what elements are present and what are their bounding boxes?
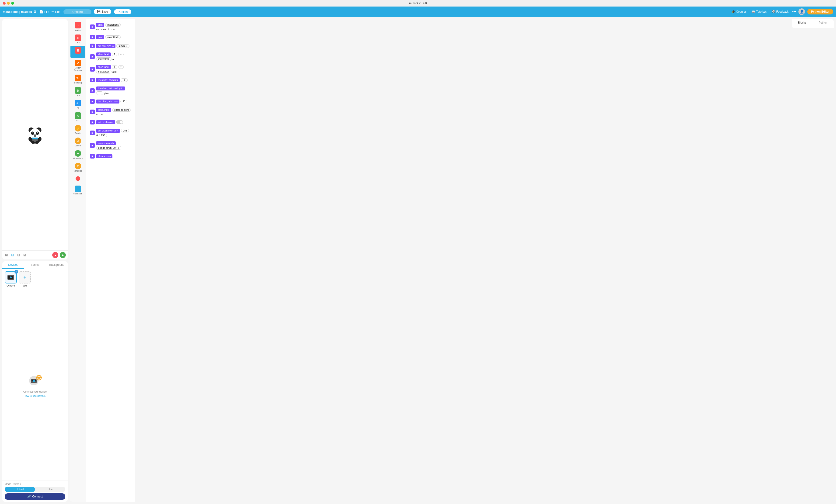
publish-button[interactable]: Publish: [114, 9, 132, 15]
lan-icon: ⊕: [75, 87, 81, 94]
block-content-11: set brush color to R 255 G 255: [96, 129, 132, 137]
block-print[interactable]: ▣ print makeblock: [88, 33, 133, 41]
python-tab-button[interactable]: Python: [813, 19, 834, 26]
cyberpi-device-item: × CyberPi: [5, 271, 17, 287]
cat-audio[interactable]: ♪ Audio: [71, 20, 86, 33]
block-set-print-size[interactable]: ▣ set print size to middle ▾: [88, 42, 133, 50]
close-button[interactable]: [3, 2, 5, 5]
block-line-chart-spacing[interactable]: ▣ line chart, set spacing to 5 pixel: [88, 85, 133, 96]
right-panel: Blocks Python: [792, 19, 834, 28]
block-icon-8: ▣: [90, 99, 95, 104]
logo-text: makeblock | mBlock: [3, 10, 32, 14]
tabs-header: Devices Sprites Background: [2, 261, 68, 269]
live-mode-button[interactable]: Live: [35, 487, 65, 492]
block-bar-chart-add[interactable]: ▣ bar chart, add data 50: [88, 98, 133, 105]
block-content-5: show label 1 ▾ makeblock at x: [96, 65, 132, 74]
block-icon-5: ▣: [90, 67, 95, 72]
window-controls[interactable]: [3, 2, 14, 5]
sprites-tab-button[interactable]: Sprites: [24, 261, 46, 269]
mode-toggle: Upload Live: [5, 487, 65, 492]
block-print-move[interactable]: ▣ print makeblock and move to a ne…: [88, 21, 133, 32]
block-set-brush-color-rgb[interactable]: ▣ set brush color to R 255 G 255: [88, 127, 133, 138]
panda-sprite: [26, 125, 44, 144]
upload-mode-button[interactable]: Upload: [5, 487, 35, 492]
cat-sensing[interactable]: 👁 Sensing: [71, 73, 86, 85]
devices-tab-button[interactable]: Devices: [2, 261, 24, 269]
block-icon-3: ▣: [90, 44, 95, 48]
logo-icon: ⚙: [33, 10, 36, 14]
maximize-button[interactable]: [11, 2, 14, 5]
block-screen-towards[interactable]: ▣ screen towards upside-down(-90°) ▾: [88, 140, 133, 151]
sensing-icon: 👁: [75, 75, 81, 81]
stop-button[interactable]: ■: [52, 252, 58, 258]
block-categories: ♪ Audio ● LED ⊞ Display ↗ Motion Sensing…: [70, 19, 86, 502]
cat-display[interactable]: ⊞ Display: [71, 46, 86, 58]
cat-control[interactable]: ↺ Control: [71, 136, 86, 148]
svg-point-9: [37, 132, 38, 133]
cat-operators[interactable]: + Operators: [71, 149, 86, 161]
add-device-button[interactable]: +: [19, 271, 31, 284]
devices-list: × CyberPi +: [2, 269, 68, 289]
layout-1-button[interactable]: ⊞: [4, 253, 9, 257]
block-line-chart-add[interactable]: ▣ line chart, add data 50: [88, 76, 133, 84]
courses-button[interactable]: 🎓 Courses: [730, 9, 748, 14]
block-show-label-2[interactable]: ▣ show label 1 ▾ makeblock at x: [88, 64, 133, 75]
go-button[interactable]: ▶: [60, 252, 66, 258]
extension-icon: +: [75, 186, 81, 192]
brush-color-toggle[interactable]: [116, 120, 123, 124]
how-to-link[interactable]: How to use device?: [24, 394, 46, 397]
cat-extension[interactable]: + extension: [71, 184, 86, 196]
file-menu-button[interactable]: 📄 File: [39, 9, 50, 14]
add-device-item: + add: [19, 271, 31, 287]
stage-controls: ⊞ ⊡ ⊟ ⊠ ■ ▶: [2, 250, 68, 259]
block-clear-screen[interactable]: ▣ clear screen: [88, 153, 133, 160]
avatar: 👤: [798, 8, 805, 15]
center-panel: ♪ Audio ● LED ⊞ Display ↗ Motion Sensing…: [70, 19, 834, 502]
app-header: makeblock | mBlock ⚙ 📄 File ✏ Edit 💾 Sav…: [0, 6, 836, 17]
block-icon-11: ▣: [90, 131, 95, 135]
layout-2-button[interactable]: ⊡: [10, 253, 15, 257]
background-tab-button[interactable]: Background: [46, 261, 68, 269]
courses-icon: 🎓: [732, 10, 735, 13]
svg-point-22: [33, 380, 35, 382]
block-content-6: line chart, add data 50: [96, 78, 128, 82]
svg-point-23: [32, 380, 33, 381]
cat-ai[interactable]: AI AI: [71, 98, 86, 111]
layout-3-button[interactable]: ⊟: [16, 253, 21, 257]
block-content-12: screen towards upside-down(-90°) ▾: [96, 141, 132, 150]
blocks-tab-button[interactable]: Blocks: [792, 19, 813, 26]
cat-motion-sensing[interactable]: ↗ Motion Sensing: [71, 58, 86, 73]
connect-button[interactable]: 🔗 Connect: [5, 493, 65, 500]
control-icon: ↺: [75, 138, 81, 144]
device-remove-button[interactable]: ×: [15, 270, 18, 274]
tutorials-icon: 📖: [752, 10, 755, 13]
block-set-brush-color[interactable]: ▣ set brush color: [88, 118, 133, 126]
block-icon-7: ▣: [90, 88, 95, 93]
block-content-3: set print size to middle ▾: [96, 44, 130, 48]
project-title-input[interactable]: [63, 9, 92, 14]
cat-led[interactable]: ● LED: [71, 33, 86, 45]
save-button[interactable]: 💾 Save: [94, 9, 111, 14]
edit-menu-button[interactable]: ✏ Edit: [51, 9, 61, 14]
feedback-button[interactable]: 💬 Feedback: [771, 9, 790, 14]
cat-iot[interactable]: ≋ IoT: [71, 111, 86, 123]
mode-switch-label: Mode Switch ℹ: [5, 482, 65, 485]
svg-point-19: [10, 276, 12, 278]
myblocks-icon: [76, 176, 80, 181]
tutorials-button[interactable]: 📖 Tutorials: [750, 9, 768, 14]
more-button[interactable]: •••: [792, 9, 796, 14]
ai-icon: AI: [75, 100, 81, 106]
layout-4-button[interactable]: ⊠: [22, 253, 27, 257]
minimize-button[interactable]: [7, 2, 10, 5]
block-icon-12: ▣: [90, 143, 95, 148]
device-label: CyberPi: [6, 285, 15, 287]
cat-lan[interactable]: ⊕ LAN: [71, 86, 86, 98]
block-table-input[interactable]: ▣ table, input excel_content at row: [88, 106, 133, 117]
cat-myblocks[interactable]: [71, 174, 86, 184]
block-show-label-1[interactable]: ▣ show label 1 ▾ makeblock at: [88, 51, 133, 62]
python-editor-button[interactable]: Python Editor: [807, 9, 833, 15]
display-icon: ⊞: [75, 47, 81, 54]
cat-events[interactable]: ⚡ Events: [71, 123, 86, 136]
cat-variables[interactable]: x Variables: [71, 161, 86, 173]
svg-point-8: [33, 132, 33, 133]
